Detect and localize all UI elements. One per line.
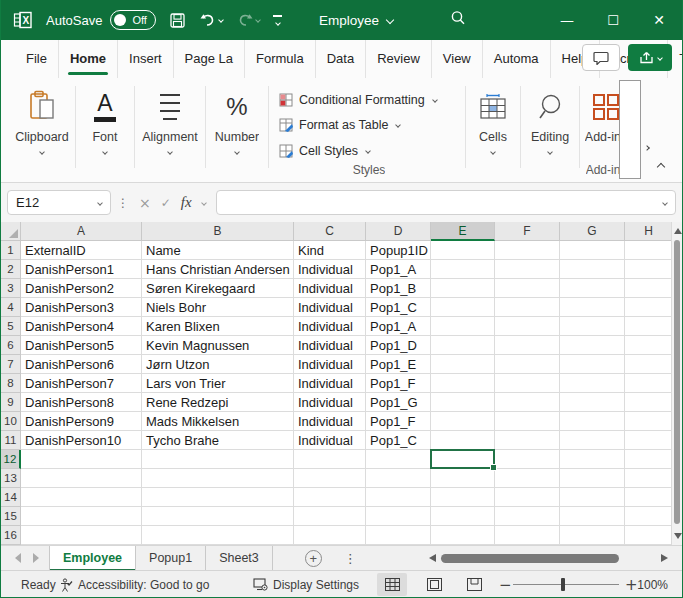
- cell-G16[interactable]: [560, 526, 625, 545]
- cell-G4[interactable]: [560, 298, 625, 317]
- cell-C12[interactable]: [294, 450, 366, 469]
- customize-quick-access-toolbar-icon[interactable]: [273, 15, 282, 25]
- search-icon[interactable]: [449, 9, 467, 31]
- cell-F10[interactable]: [495, 412, 560, 431]
- row-header-1[interactable]: 1: [1, 241, 21, 260]
- column-header-A[interactable]: A: [21, 222, 142, 241]
- horizontal-scroll-thumb[interactable]: [441, 554, 619, 563]
- format-as-table-button[interactable]: Format as Table: [279, 112, 459, 137]
- cell-A8[interactable]: DanishPerson7: [21, 374, 142, 393]
- sheet-tab-popup1[interactable]: Popup1: [136, 546, 206, 571]
- cell-A7[interactable]: DanishPerson6: [21, 355, 142, 374]
- save-icon[interactable]: [169, 12, 186, 29]
- row-header-2[interactable]: 2: [1, 260, 21, 279]
- cell-E3[interactable]: [431, 279, 495, 298]
- cell-C7[interactable]: Individual: [294, 355, 366, 374]
- normal-view-button[interactable]: [377, 573, 407, 596]
- column-header-F[interactable]: F: [495, 222, 560, 241]
- cell-H9[interactable]: [625, 393, 673, 412]
- cell-H13[interactable]: [625, 469, 673, 488]
- cell-G10[interactable]: [560, 412, 625, 431]
- cell-C9[interactable]: Individual: [294, 393, 366, 412]
- cell-F3[interactable]: [495, 279, 560, 298]
- cell-G7[interactable]: [560, 355, 625, 374]
- cell-E2[interactable]: [431, 260, 495, 279]
- cell-B3[interactable]: Søren Kirekegaard: [142, 279, 294, 298]
- cell-A1[interactable]: ExternalID: [21, 241, 142, 260]
- cell-D1[interactable]: Popup1ID: [366, 241, 431, 260]
- row-header-16[interactable]: 16: [1, 526, 21, 545]
- column-header-G[interactable]: G: [560, 222, 625, 241]
- previous-sheet-icon[interactable]: [15, 553, 21, 563]
- row-header-5[interactable]: 5: [1, 317, 21, 336]
- cell-E8[interactable]: [431, 374, 495, 393]
- cell-D9[interactable]: Pop1_G: [366, 393, 431, 412]
- accessibility-status[interactable]: Accessibility: Good to go: [59, 571, 209, 598]
- cell-E11[interactable]: [431, 431, 495, 450]
- cell-F11[interactable]: [495, 431, 560, 450]
- cell-A10[interactable]: DanishPerson9: [21, 412, 142, 431]
- zoom-level[interactable]: 100%: [637, 571, 668, 598]
- zoom-out-button[interactable]: −: [499, 571, 512, 598]
- cell-F4[interactable]: [495, 298, 560, 317]
- cell-G3[interactable]: [560, 279, 625, 298]
- cell-D4[interactable]: Pop1_C: [366, 298, 431, 317]
- cell-B16[interactable]: [142, 526, 294, 545]
- alignment-group-button[interactable]: Alignment: [135, 78, 205, 182]
- cell-D3[interactable]: Pop1_B: [366, 279, 431, 298]
- cell-C3[interactable]: Individual: [294, 279, 366, 298]
- page-layout-view-button[interactable]: [419, 573, 449, 596]
- cell-A15[interactable]: [21, 507, 142, 526]
- cell-F2[interactable]: [495, 260, 560, 279]
- cell-E13[interactable]: [431, 469, 495, 488]
- document-title[interactable]: Employee: [319, 13, 393, 28]
- cell-F5[interactable]: [495, 317, 560, 336]
- cell-E15[interactable]: [431, 507, 495, 526]
- expand-formula-bar-icon[interactable]: [662, 200, 668, 206]
- cell-C10[interactable]: Individual: [294, 412, 366, 431]
- select-all-button[interactable]: [1, 222, 21, 241]
- cell-B11[interactable]: Tycho Brahe: [142, 431, 294, 450]
- row-header-3[interactable]: 3: [1, 279, 21, 298]
- cell-D16[interactable]: [366, 526, 431, 545]
- cell-H12[interactable]: [625, 450, 673, 469]
- undo-button[interactable]: [199, 12, 223, 28]
- clipboard-group-button[interactable]: Clipboard: [9, 78, 75, 182]
- editing-group-button[interactable]: Editing: [521, 78, 579, 182]
- cell-G6[interactable]: [560, 336, 625, 355]
- cell-B4[interactable]: Niels Bohr: [142, 298, 294, 317]
- cell-A16[interactable]: [21, 526, 142, 545]
- cell-C15[interactable]: [294, 507, 366, 526]
- row-header-10[interactable]: 10: [1, 412, 21, 431]
- cell-G11[interactable]: [560, 431, 625, 450]
- cell-B9[interactable]: Rene Redzepi: [142, 393, 294, 412]
- cell-A3[interactable]: DanishPerson2: [21, 279, 142, 298]
- cell-G5[interactable]: [560, 317, 625, 336]
- cell-H3[interactable]: [625, 279, 673, 298]
- page-break-preview-button[interactable]: [459, 573, 489, 596]
- cell-G8[interactable]: [560, 374, 625, 393]
- cell-C8[interactable]: Individual: [294, 374, 366, 393]
- cell-D7[interactable]: Pop1_E: [366, 355, 431, 374]
- cell-D2[interactable]: Pop1_A: [366, 260, 431, 279]
- cell-D5[interactable]: Pop1_A: [366, 317, 431, 336]
- cell-B10[interactable]: Mads Mikkelsen: [142, 412, 294, 431]
- scroll-down-icon[interactable]: [674, 533, 682, 539]
- cell-B1[interactable]: Name: [142, 241, 294, 260]
- cell-H4[interactable]: [625, 298, 673, 317]
- row-header-4[interactable]: 4: [1, 298, 21, 317]
- share-button[interactable]: [628, 44, 672, 71]
- row-header-13[interactable]: 13: [1, 469, 21, 488]
- cell-B15[interactable]: [142, 507, 294, 526]
- row-header-8[interactable]: 8: [1, 374, 21, 393]
- cell-F9[interactable]: [495, 393, 560, 412]
- formula-input[interactable]: [216, 190, 676, 215]
- cell-F7[interactable]: [495, 355, 560, 374]
- minimize-button[interactable]: —: [544, 0, 590, 40]
- cell-G15[interactable]: [560, 507, 625, 526]
- cell-E5[interactable]: [431, 317, 495, 336]
- cell-D6[interactable]: Pop1_D: [366, 336, 431, 355]
- chevron-right-icon[interactable]: [644, 145, 650, 151]
- ribbon-tab-view[interactable]: View: [432, 40, 483, 78]
- font-group-button[interactable]: A Font: [76, 78, 134, 182]
